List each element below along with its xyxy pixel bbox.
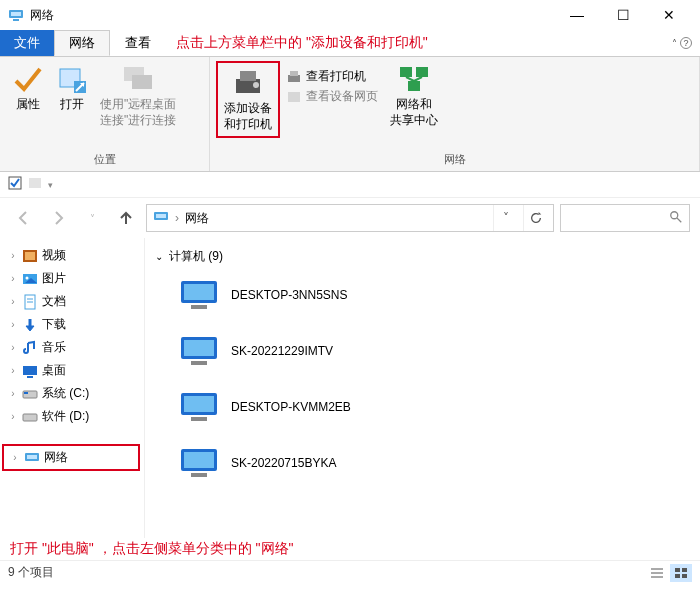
svg-rect-15 xyxy=(416,67,428,77)
drive-icon xyxy=(22,386,38,402)
svg-rect-45 xyxy=(184,284,214,300)
computer-item[interactable]: SK-20220715BYKA xyxy=(155,441,690,497)
view-details-button[interactable] xyxy=(646,564,668,582)
up-button[interactable] xyxy=(112,204,140,232)
close-button[interactable]: ✕ xyxy=(646,0,692,30)
svg-rect-23 xyxy=(156,214,166,218)
sidebar-item-network[interactable]: ›网络 xyxy=(2,444,140,471)
add-devices-printers-button[interactable]: 添加设备 和打印机 xyxy=(216,61,280,138)
net-share-label-1: 网络和 xyxy=(396,97,432,113)
printer-icon xyxy=(286,69,302,85)
computer-item[interactable]: DESKTOP-3NN5SNS xyxy=(155,273,690,329)
computer-name: DESKTOP-KVMM2EB xyxy=(231,400,351,414)
svg-rect-38 xyxy=(27,376,33,378)
breadcrumb-network[interactable]: 网络 xyxy=(185,210,209,227)
computer-item[interactable]: SK-20221229IMTV xyxy=(155,329,690,385)
svg-rect-9 xyxy=(240,71,256,81)
tab-network[interactable]: 网络 xyxy=(54,30,110,56)
svg-rect-13 xyxy=(288,92,300,102)
computer-item[interactable]: DESKTOP-KVMM2EB xyxy=(155,385,690,441)
net-share-label-2: 共享中心 xyxy=(390,113,438,129)
view-printers-button[interactable]: 查看打印机 xyxy=(286,67,366,87)
svg-rect-11 xyxy=(288,75,300,82)
pictures-icon xyxy=(22,271,38,287)
open-icon xyxy=(56,63,88,95)
svg-rect-48 xyxy=(184,340,214,356)
search-input[interactable] xyxy=(560,204,690,232)
ribbon: 属性 打开 使用"远程桌面 连接"进行连接 位置 xyxy=(0,56,700,172)
view-device-page-button[interactable]: 查看设备网页 xyxy=(286,87,378,107)
back-button[interactable] xyxy=(10,204,38,232)
network-sharing-center-button[interactable]: 网络和 共享中心 xyxy=(384,61,444,130)
ribbon-small-group: 查看打印机 查看设备网页 xyxy=(280,61,384,109)
titlebar: 网络 — ☐ ✕ xyxy=(0,0,700,30)
svg-line-17 xyxy=(406,77,414,81)
svg-rect-49 xyxy=(191,361,207,365)
status-item-count: 9 个项目 xyxy=(8,564,54,581)
recent-dropdown[interactable]: ˅ xyxy=(78,204,106,232)
group-header-computers[interactable]: ⌄ 计算机 (9) xyxy=(155,244,690,273)
sidebar-item-videos[interactable]: ›视频 xyxy=(0,244,144,267)
open-button[interactable]: 打开 xyxy=(50,61,94,115)
svg-point-25 xyxy=(671,211,678,218)
sidebar-item-documents[interactable]: ›文档 xyxy=(0,290,144,313)
sidebar-item-drive-d[interactable]: ›软件 (D:) xyxy=(0,405,144,428)
add-devices-label-1: 添加设备 xyxy=(224,101,272,117)
svg-rect-12 xyxy=(290,71,298,76)
svg-rect-28 xyxy=(25,252,35,260)
svg-line-18 xyxy=(414,77,422,81)
rdp-button[interactable]: 使用"远程桌面 连接"进行连接 xyxy=(94,61,182,130)
qat-dropdown-icon[interactable]: ▾ xyxy=(48,180,53,190)
main-area: ›视频 ›图片 ›文档 ›下载 ›音乐 ›桌面 ›系统 (C:) ›软件 (D:… xyxy=(0,238,700,538)
view-device-page-label: 查看设备网页 xyxy=(306,89,378,105)
sidebar-item-desktop[interactable]: ›桌面 xyxy=(0,359,144,382)
printer-add-icon xyxy=(232,67,264,99)
minimize-button[interactable]: — xyxy=(554,0,600,30)
svg-rect-60 xyxy=(682,568,687,572)
svg-rect-54 xyxy=(184,452,214,468)
address-bar[interactable]: › 网络 ˅ xyxy=(146,204,554,232)
svg-rect-55 xyxy=(191,473,207,477)
svg-point-10 xyxy=(253,82,259,88)
tab-view[interactable]: 查看 xyxy=(110,30,166,56)
music-icon xyxy=(22,340,38,356)
svg-rect-2 xyxy=(13,19,19,21)
svg-rect-7 xyxy=(132,75,152,89)
tab-file[interactable]: 文件 xyxy=(0,30,54,56)
group-network-label: 网络 xyxy=(210,150,699,171)
sidebar-item-pictures[interactable]: ›图片 xyxy=(0,267,144,290)
maximize-button[interactable]: ☐ xyxy=(600,0,646,30)
sidebar: ›视频 ›图片 ›文档 ›下载 ›音乐 ›桌面 ›系统 (C:) ›软件 (D:… xyxy=(0,238,145,538)
properties-button[interactable]: 属性 xyxy=(6,61,50,115)
sidebar-item-downloads[interactable]: ›下载 xyxy=(0,313,144,336)
sidebar-item-drive-c[interactable]: ›系统 (C:) xyxy=(0,382,144,405)
qat-item-icon[interactable] xyxy=(28,176,42,193)
svg-rect-52 xyxy=(191,417,207,421)
search-icon xyxy=(669,210,683,227)
qat-checkbox[interactable] xyxy=(8,176,22,193)
refresh-button[interactable] xyxy=(523,205,547,231)
svg-rect-51 xyxy=(184,396,214,412)
address-network-icon xyxy=(153,209,169,228)
open-label: 打开 xyxy=(60,97,84,113)
help-icon: ? xyxy=(680,37,692,49)
svg-rect-59 xyxy=(675,568,680,572)
svg-rect-43 xyxy=(27,455,37,459)
ribbon-collapse-button[interactable]: ˄ ? xyxy=(672,30,692,56)
annotation-bottom: 打开 "此电脑" ，点击左侧菜单分类中的 "网络" xyxy=(0,538,700,560)
chevron-down-icon: ⌄ xyxy=(155,251,163,262)
computer-icon xyxy=(179,279,219,311)
properties-label: 属性 xyxy=(16,97,40,113)
computer-icon xyxy=(179,447,219,479)
svg-rect-46 xyxy=(191,305,207,309)
breadcrumb-sep: › xyxy=(175,211,179,225)
window-title: 网络 xyxy=(30,7,54,24)
svg-rect-1 xyxy=(11,12,21,16)
annotation-top: 点击上方菜单栏中的 "添加设备和打印机" xyxy=(176,30,428,56)
downloads-icon xyxy=(22,317,38,333)
forward-button[interactable] xyxy=(44,204,72,232)
sidebar-item-music[interactable]: ›音乐 xyxy=(0,336,144,359)
address-dropdown[interactable]: ˅ xyxy=(493,205,517,231)
view-large-icons-button[interactable] xyxy=(670,564,692,582)
svg-marker-24 xyxy=(538,212,541,215)
